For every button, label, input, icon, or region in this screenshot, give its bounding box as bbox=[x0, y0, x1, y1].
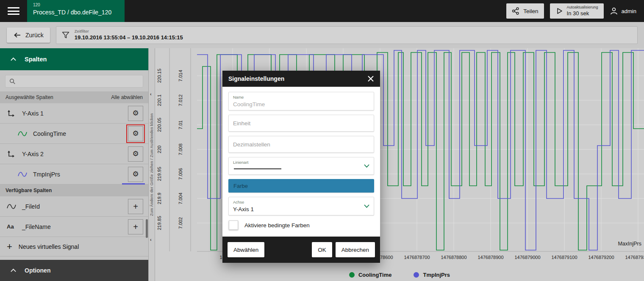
tmpinjprs-accent-underline bbox=[122, 183, 145, 185]
y-tick-label: 219.95 bbox=[157, 167, 162, 181]
sidebar-section-spalten[interactable]: Spalten bbox=[0, 48, 148, 70]
chart-legend: CoolingTime TmpInjPrs bbox=[155, 272, 644, 278]
x-tick-label: 1476879100 bbox=[551, 255, 577, 260]
y-axis-2-settings-gear[interactable]: ⚙ bbox=[128, 146, 143, 162]
x-tick-label: 1476879000 bbox=[514, 255, 540, 260]
item-label: CoolingTime bbox=[33, 130, 126, 137]
share-button[interactable]: Teilen bbox=[506, 3, 544, 19]
signal-wave-icon bbox=[18, 171, 29, 178]
back-label: Zurück bbox=[25, 32, 44, 39]
name-field-value: CoolingTime bbox=[233, 101, 369, 107]
sidebar-item-coolingtime[interactable]: CoolingTime ⚙ bbox=[0, 124, 148, 144]
name-field-label: Name bbox=[233, 95, 369, 99]
y-tick-label: 7.014 bbox=[178, 70, 183, 82]
sidebar-item-tmpinjprs[interactable]: TmpInjPrs ⚙ bbox=[0, 164, 148, 185]
timefilter-label: Zeitfilter bbox=[75, 29, 183, 34]
ok-button[interactable]: OK bbox=[312, 242, 332, 257]
legend-item-coolingtime[interactable]: CoolingTime bbox=[349, 272, 391, 278]
conditional-colors-row: Aktiviere bedingte Farben bbox=[228, 220, 374, 231]
subbar: Zurück Zeitfilter 19.10.2016 13:55:04 – … bbox=[0, 22, 644, 48]
search-input[interactable] bbox=[18, 78, 139, 85]
achse-value: Y-Axis 1 bbox=[233, 206, 369, 212]
plus-icon: + bbox=[133, 202, 138, 211]
item-label: TmpInjPrs bbox=[33, 171, 126, 178]
collapse-arrow-icon: ‹ bbox=[150, 237, 152, 242]
coolingtime-settings-gear[interactable]: ⚙ bbox=[128, 126, 143, 141]
menu-icon[interactable] bbox=[8, 6, 19, 17]
chevron-down-icon bbox=[364, 164, 369, 168]
topbar: 120 Process_TD / dbo.deFile_120 Teilen A… bbox=[0, 0, 644, 22]
dezimalstellen-input[interactable] bbox=[233, 141, 358, 148]
right-axis-label: MaxInjPrs bbox=[618, 241, 641, 247]
sidebar: Spalten Ausgewählte Spalten Alle abwähle… bbox=[0, 48, 148, 281]
back-button[interactable]: Zurück bbox=[7, 28, 50, 43]
add-fileid-button[interactable]: + bbox=[128, 199, 143, 214]
share-label: Teilen bbox=[523, 8, 538, 14]
sidebar-section-optionen[interactable]: Optionen bbox=[0, 260, 148, 281]
highlight-red-box: ⚙ bbox=[126, 124, 145, 143]
dialog-header: Signaleinstellungen bbox=[222, 71, 380, 87]
axis-icon bbox=[7, 150, 18, 158]
sidebar-item-y-axis-1[interactable]: Y-Axis 1 ⚙ bbox=[0, 103, 148, 124]
user-icon bbox=[610, 7, 618, 15]
search-box bbox=[5, 75, 143, 88]
options-label: Optionen bbox=[25, 267, 50, 274]
bedingte-farben-checkbox[interactable] bbox=[229, 220, 238, 230]
axis-icon bbox=[7, 110, 18, 117]
farbe-label: Farbe bbox=[233, 183, 248, 189]
legend-item-tmpinjprs[interactable]: TmpInjPrs bbox=[414, 272, 450, 278]
y-axis-1-settings-gear[interactable]: ⚙ bbox=[128, 106, 143, 121]
y-tick-label: 220.15 bbox=[157, 69, 162, 83]
legend-dot-blue bbox=[414, 272, 419, 278]
y-tick-label: 220.1 bbox=[157, 94, 162, 106]
filter-icon bbox=[61, 31, 70, 39]
autorefresh-label: Autoaktualisierung bbox=[567, 5, 598, 10]
timefilter-value: 19.10.2016 13:55:04 – 19.10.2016 14:15:1… bbox=[75, 34, 183, 41]
available-columns-label: Verfügbare Spalten bbox=[6, 187, 52, 193]
y-tick-label: 220.05 bbox=[157, 118, 162, 132]
x-tick-label: 1476878900 bbox=[477, 255, 503, 260]
einheit-field bbox=[228, 115, 374, 132]
y-tick-label: 7.002 bbox=[178, 217, 183, 229]
dialog-footer: Abwählen OK Abbrechen bbox=[222, 237, 380, 263]
tab-number: 120 bbox=[33, 3, 119, 7]
y-tick-label: 7.008 bbox=[178, 143, 183, 155]
color-field[interactable]: Farbe bbox=[228, 179, 374, 193]
cancel-button[interactable]: Abbrechen bbox=[336, 242, 375, 257]
timefilter-button[interactable]: Zeitfilter 19.10.2016 13:55:04 – 19.10.2… bbox=[56, 26, 638, 44]
item-label: _FileId bbox=[22, 203, 126, 210]
linienart-label: Linienart bbox=[233, 160, 369, 165]
add-filename-button[interactable]: + bbox=[128, 219, 143, 234]
selected-columns-label: Ausgewählte Spalten bbox=[6, 94, 53, 100]
dezimalstellen-field bbox=[228, 136, 374, 153]
signal-wave-icon bbox=[18, 130, 29, 138]
sidebar-item-filename[interactable]: Aa _FileName + bbox=[0, 217, 148, 237]
autorefresh-button[interactable]: Autoaktualisierung In 30 sek bbox=[550, 3, 604, 19]
deselect-all-link[interactable]: Alle abwählen bbox=[111, 94, 143, 100]
search-icon bbox=[9, 78, 16, 85]
dialog-body: Name CoolingTime Linienart Farbe Achse Y… bbox=[222, 87, 380, 237]
active-tab[interactable]: 120 Process_TD / dbo.deFile_120 bbox=[27, 0, 125, 22]
back-arrow-icon bbox=[13, 31, 21, 39]
text-type-icon: Aa bbox=[7, 223, 18, 230]
sidebar-scrollbar-thumb[interactable] bbox=[146, 219, 148, 238]
chevron-up-icon bbox=[10, 57, 17, 61]
close-icon[interactable] bbox=[367, 75, 374, 82]
einheit-input[interactable] bbox=[233, 120, 358, 127]
y-tick-label: 7.01 bbox=[178, 120, 183, 129]
sidebar-resize-handle[interactable]: ‹ Zum Ändern der Größe ziehen / Zum Ausb… bbox=[148, 48, 155, 281]
plus-icon: + bbox=[133, 223, 138, 231]
y-tick-label: 219.85 bbox=[157, 216, 162, 230]
item-label: _FileName bbox=[22, 223, 126, 230]
tmpinjprs-settings-gear[interactable]: ⚙ bbox=[128, 167, 143, 182]
sidebar-item-y-axis-2[interactable]: Y-Axis 2 ⚙ bbox=[0, 144, 148, 164]
new-virtual-signal-button[interactable]: + Neues virtuelles Signal bbox=[0, 237, 148, 256]
linienart-select[interactable]: Linienart bbox=[228, 157, 374, 175]
legend-dot-green bbox=[349, 272, 355, 278]
sidebar-item-fileid[interactable]: _FileId + bbox=[0, 196, 148, 217]
deselect-button[interactable]: Abwählen bbox=[228, 242, 264, 257]
user-menu[interactable]: admin bbox=[610, 7, 636, 15]
x-tick-label: 1476878700 bbox=[404, 255, 430, 260]
selected-columns-header: Ausgewählte Spalten Alle abwählen bbox=[0, 91, 148, 103]
achse-select[interactable]: Achse Y-Axis 1 bbox=[228, 197, 374, 215]
